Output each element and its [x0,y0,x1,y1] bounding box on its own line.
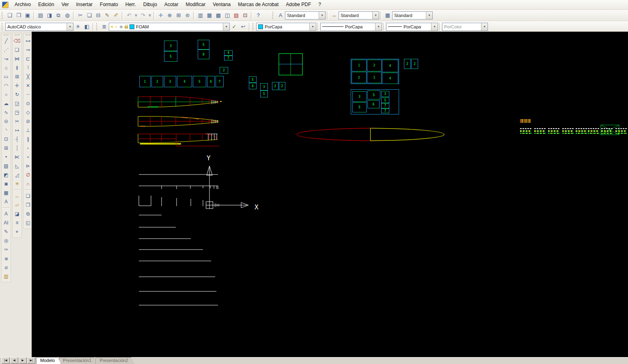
cad-part-box[interactable]: 7 [224,56,233,60]
tool-palettes-button[interactable]: ▩ [214,11,223,20]
chamfer-button[interactable]: ◺ [13,162,22,170]
layer-on-bulb[interactable]: ● [111,24,113,29]
cad-part-box[interactable]: 4 [382,73,398,84]
multiline-text-button[interactable]: A [2,197,11,206]
white-construction-lines[interactable] [139,174,218,305]
gradient-button[interactable]: ◩ [2,170,11,179]
part-thumb-7[interactable] [601,128,613,134]
text-style-combo[interactable]: Standard ▾ [285,11,326,19]
copy-button[interactable]: ❏ [85,11,94,20]
wing-panel-1[interactable] [138,97,222,108]
osnap-settings-button[interactable]: ∩ [24,179,32,188]
break-at-point-button[interactable]: ┤ [13,135,22,144]
wing-panel-3[interactable] [138,134,219,146]
table-style-button[interactable]: ▦ [383,11,392,20]
cut-button[interactable]: ✂ [76,11,85,20]
insert-block-button[interactable]: ⊡ [2,135,11,144]
table-style-combo[interactable]: Standard ▾ [392,11,433,19]
cad-part-box[interactable]: 2 [279,82,285,90]
cad-part-box[interactable]: 5 [367,90,380,99]
cad-part-box[interactable]: 2 [151,76,163,87]
snap-none-button[interactable]: ∅ [24,170,32,179]
ellipse-button[interactable]: ⊝ [2,117,11,126]
menu-dibujo[interactable]: Dibujo [140,0,161,9]
revision-cloud-button[interactable]: ☁ [2,99,11,108]
workspaces-toolbar-grip[interactable] [2,23,4,30]
layer-lock-icon[interactable] [125,25,128,28]
block-editor-button[interactable]: ✐ [112,11,121,20]
hatch-button[interactable]: ▨ [2,162,11,170]
cad-part-box[interactable]: 5 [260,90,268,97]
my-workspace-button[interactable]: ◧ [82,22,91,31]
single-line-text-button[interactable]: AI [2,218,11,227]
part-thumb-1[interactable] [520,128,531,134]
edit-text-button[interactable]: ✎ [2,227,11,236]
linetype-combo[interactable]: PorCapa ▾ [320,23,382,31]
menu-ver[interactable]: Ver [58,0,72,9]
previous-layout-button[interactable]: ◀ [10,357,18,364]
menu-formato[interactable]: Formato [96,0,122,9]
cad-part-box[interactable]: 2 [352,72,367,83]
cad-part-box[interactable]: 4 [177,76,192,87]
arc-button[interactable]: ◠ [2,81,11,90]
bring-to-front-button[interactable]: ❏ [24,192,32,200]
cad-part-box[interactable]: 1 [367,72,382,83]
next-layout-button[interactable]: ▶ [19,357,27,364]
snap-parallel-button[interactable]: ∥ [24,135,32,144]
part-thumb-2[interactable] [534,128,546,134]
pan-button[interactable]: ✛ [156,11,165,20]
zoom-realtime-button[interactable]: ⊕ [165,11,174,20]
menu-herr-[interactable]: Herr. [122,0,140,9]
last-layout-button[interactable]: ▶| [27,357,35,364]
circle-button[interactable]: ○ [2,90,11,99]
snap-extension-button[interactable]: ┈ [24,90,32,99]
undo-button[interactable]: ↶ [125,11,134,20]
array-button[interactable]: ⊞ [13,72,22,81]
text-style-button[interactable]: ✑ [2,245,11,254]
cad-part-box[interactable]: 3 [164,76,176,87]
sheetset-manager-button[interactable]: ◫ [223,11,232,20]
scale-button[interactable]: ◲ [13,99,22,108]
snap-quadrant-button[interactable]: ◇ [24,108,32,117]
properties-button[interactable]: ▥ [196,11,205,20]
tab-presentaci-n1[interactable]: Presentación1 [59,357,97,364]
snap-node-button[interactable]: ∘ [24,153,32,162]
locate-point-button[interactable]: ⌖ [13,227,22,236]
cad-part-box[interactable]: 6 [249,83,257,89]
extend-button[interactable]: ↦ [13,126,22,135]
spline-button[interactable]: ∿ [2,108,11,117]
workspace-combo[interactable]: AutoCAD clásico ▾ [5,23,73,31]
cad-part-box[interactable]: 2 [272,82,278,90]
cad-part-box[interactable]: 5 [198,40,209,50]
layer-freeze-sun[interactable]: ☼ [114,24,118,29]
rotate-button[interactable]: ↻ [13,90,22,99]
explode-button[interactable]: ✳ [13,179,22,188]
cad-part-box[interactable]: 3 [352,91,367,102]
dim-style-button[interactable]: ↔ [330,11,339,20]
cad-part-box[interactable]: 2 [411,59,418,69]
first-layout-button[interactable]: |◀ [2,357,10,364]
ellipse-arc-button[interactable]: ◝ [2,126,11,135]
copy-object-button[interactable]: ❏ [13,45,22,54]
open-button[interactable]: ❒ [14,11,23,20]
trim-button[interactable]: ✂ [13,117,22,126]
cad-part-box[interactable]: 3 [260,83,268,90]
cad-part-box[interactable]: 1 [352,60,367,71]
temporary-track-point-button[interactable]: ⊶ [24,37,32,45]
redo-dropdown-button[interactable]: ▾ [147,11,152,20]
snap-center-button[interactable]: ⊙ [24,99,32,108]
cad-part-box[interactable]: 5 [352,102,367,112]
quickcalc-button[interactable]: ⊡ [241,11,250,20]
markup-set-manager-button[interactable]: ▧ [232,11,241,20]
layer-viewport-freeze[interactable]: ◉ [119,24,123,29]
properties-toolbar-grip[interactable] [252,23,255,30]
polygon-button[interactable]: ⌂ [2,63,11,72]
styles-toolbar-grip[interactable] [272,12,274,19]
make-object-layer-current-button[interactable]: ✓ [230,22,239,31]
fuselage-profile[interactable] [297,128,444,141]
chevron-down-icon[interactable]: ▾ [426,12,432,19]
snap-perpendicular-button[interactable]: ⊥ [24,126,32,135]
menu-marcas-de-acrobat[interactable]: Marcas de Acrobat [234,0,282,9]
green-grid-2x2[interactable] [279,54,302,75]
cad-part-box[interactable]: 5 [249,76,257,83]
